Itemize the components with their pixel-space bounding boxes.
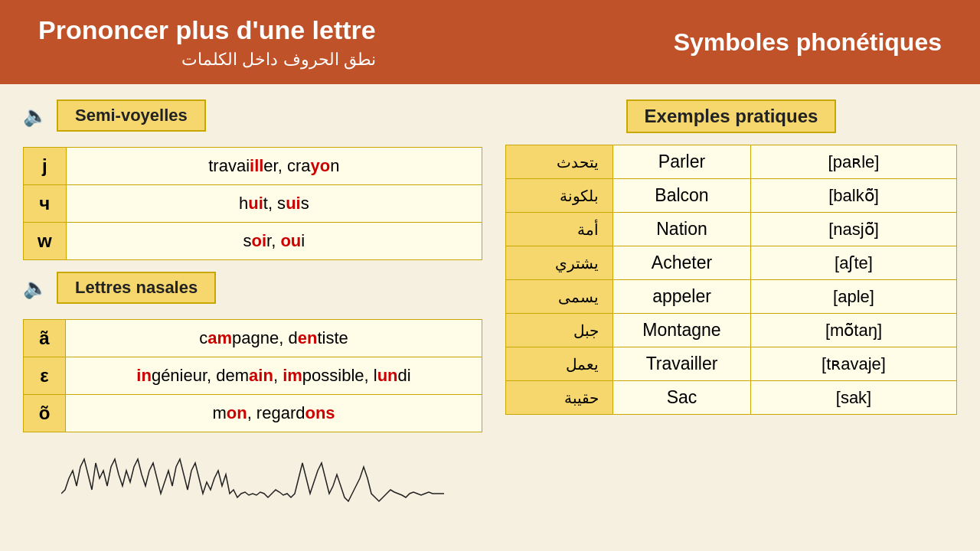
- red-on: on: [227, 403, 247, 422]
- arabic-balcon: بلكونة: [506, 179, 613, 213]
- table-row: ч huit, suis: [24, 185, 482, 223]
- arabic-appeler: يسمى: [506, 280, 613, 314]
- main-title: Prononcer plus d'une lettre: [38, 15, 376, 45]
- red-ill: ill: [250, 156, 263, 175]
- table-row: يعمل Travailler [tʀavaje]: [506, 347, 957, 381]
- red-en: en: [298, 328, 318, 347]
- phonetic-sac: [sak]: [751, 381, 957, 415]
- arabic-subtitle: نطق الحروف داخل الكلمات: [38, 50, 376, 70]
- table-row: يشتري Acheter [aʃte]: [506, 246, 957, 280]
- french-acheter: Acheter: [613, 246, 751, 280]
- phonetic-montagne: [mõ̃taŋ]: [751, 314, 957, 347]
- red-im: im: [283, 366, 302, 385]
- arabic-nation: أمة: [506, 213, 613, 246]
- table-row: õ mon, regardons: [24, 395, 482, 432]
- symbol-j: j: [24, 148, 67, 185]
- lettres-nasales-header: 🔈 Lettres nasales: [23, 272, 482, 304]
- example-epsilon: ingénieur, demain, impossible, lundi: [66, 357, 482, 395]
- example-a-tilde: campagne, dentiste: [66, 320, 482, 357]
- phonetic-parler: [paʀle]: [751, 145, 957, 179]
- red-ain: ain: [249, 366, 273, 385]
- left-panel: 🔈 Semi-voyelles j travaiiller, crayon ч …: [23, 99, 482, 536]
- phonetic-balcon: [balkõ̃]: [751, 179, 957, 213]
- waveform-svg: [61, 455, 444, 532]
- french-montagne: Montagne: [613, 314, 751, 347]
- red-yo: yo: [311, 156, 331, 175]
- french-parler: Parler: [613, 145, 751, 179]
- example-w: soir, oui: [66, 223, 482, 260]
- semi-voyelles-title: Semi-voyelles: [57, 99, 206, 132]
- arabic-sac: حقيبة: [506, 381, 613, 415]
- symbol-epsilon: ε: [24, 357, 66, 395]
- example-y: huit, suis: [66, 185, 482, 223]
- symbol-a-tilde: ã: [24, 320, 66, 357]
- arabic-parler: يتحدث: [506, 145, 613, 179]
- phonetic-acheter: [aʃte]: [751, 246, 957, 280]
- french-appeler: appeler: [613, 280, 751, 314]
- example-j: travaiiller, crayon: [66, 148, 482, 185]
- main-content: 🔈 Semi-voyelles j travaiiller, crayon ч …: [0, 84, 980, 551]
- example-o-tilde: mon, regardons: [66, 395, 482, 432]
- table-row: يسمى appeler [aple]: [506, 280, 957, 314]
- table-row: جبل Montagne [mõ̃taŋ]: [506, 314, 957, 347]
- waveform-area: [23, 452, 482, 536]
- phonetic-travailler: [tʀavaje]: [751, 347, 957, 381]
- symbol-o-tilde: õ: [24, 395, 66, 432]
- table-row: ã campagne, dentiste: [24, 320, 482, 357]
- semi-voyelles-header: 🔈 Semi-voyelles: [23, 99, 482, 132]
- arabic-acheter: يشتري: [506, 246, 613, 280]
- table-row: j travaiiller, crayon: [24, 148, 482, 185]
- french-travailler: Travailler: [613, 347, 751, 381]
- french-sac: Sac: [613, 381, 751, 415]
- phonetic-appeler: [aple]: [751, 280, 957, 314]
- red-ons: ons: [305, 403, 335, 422]
- red-ui1: ui: [248, 194, 263, 213]
- french-balcon: Balcon: [613, 179, 751, 213]
- table-row: w soir, oui: [24, 223, 482, 260]
- red-oi: oi: [251, 231, 266, 250]
- red-ui2: ui: [286, 194, 301, 213]
- examples-table: يتحدث Parler [paʀle] بلكونة Balcon [balk…: [505, 145, 957, 415]
- phonetic-nation: [nasjõ̃]: [751, 213, 957, 246]
- red-am: am: [207, 328, 232, 347]
- french-nation: Nation: [613, 213, 751, 246]
- symbol-y: ч: [24, 185, 67, 223]
- header-right-title: Symboles phonétiques: [674, 28, 942, 57]
- header-left: Prononcer plus d'une lettre نطق الحروف د…: [38, 15, 376, 70]
- table-row: يتحدث Parler [paʀle]: [506, 145, 957, 179]
- red-ou: ou: [280, 231, 301, 250]
- speaker-icon-1[interactable]: 🔈: [23, 104, 47, 128]
- table-row: أمة Nation [nasjõ̃]: [506, 213, 957, 246]
- examples-header: Exemples pratiques: [505, 99, 957, 133]
- table-row: حقيبة Sac [sak]: [506, 381, 957, 415]
- speaker-icon-2[interactable]: 🔈: [23, 276, 47, 300]
- lettres-nasales-table: ã campagne, dentiste ε ingénieur, demain…: [23, 319, 482, 432]
- red-un: un: [377, 366, 398, 385]
- semi-voyelles-table: j travaiiller, crayon ч huit, suis w soi…: [23, 147, 482, 260]
- page-header: Prononcer plus d'une lettre نطق الحروف د…: [0, 0, 980, 84]
- arabic-travailler: يعمل: [506, 347, 613, 381]
- table-row: بلكونة Balcon [balkõ̃]: [506, 179, 957, 213]
- red-in: in: [136, 366, 152, 385]
- right-panel: Exemples pratiques يتحدث Parler [paʀle] …: [505, 99, 957, 536]
- symbol-w: w: [24, 223, 67, 260]
- examples-title: Exemples pratiques: [626, 99, 837, 133]
- arabic-montagne: جبل: [506, 314, 613, 347]
- lettres-nasales-title: Lettres nasales: [57, 272, 216, 304]
- table-row: ε ingénieur, demain, impossible, lundi: [24, 357, 482, 395]
